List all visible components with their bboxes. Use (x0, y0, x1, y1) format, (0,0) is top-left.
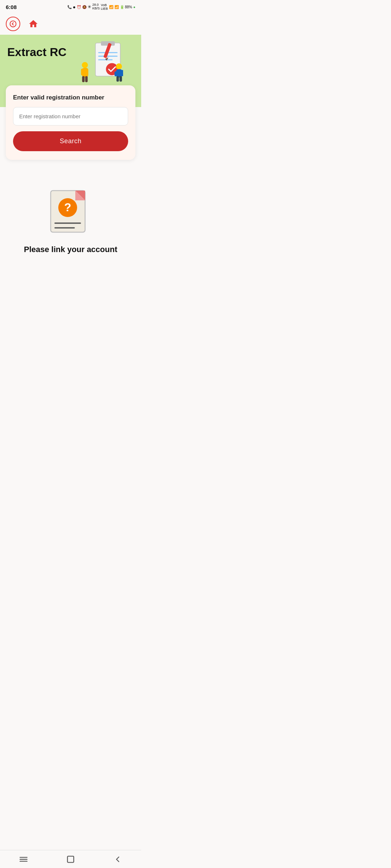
svg-point-15 (116, 63, 122, 69)
active-dot: ● (133, 5, 135, 9)
svg-rect-13 (82, 76, 85, 82)
data-speed: 28.0KB/S (92, 3, 100, 10)
svg-rect-14 (85, 76, 88, 82)
empty-state-text: Please link your account (24, 245, 117, 254)
status-bar: 6:08 📞 ● ⏰ 🔕 ✳ 28.0KB/S VoBLtEB 📶 📶 🔋 88… (0, 0, 141, 13)
alarm-icon: ⏰ (77, 5, 81, 9)
search-button[interactable]: Search (13, 131, 128, 151)
signal-icon: 📶 (109, 5, 113, 9)
back-button[interactable] (6, 17, 20, 31)
svg-rect-11 (81, 69, 84, 76)
mute-icon: 🔕 (82, 5, 87, 9)
search-card: Enter valid registration number Search (6, 85, 135, 160)
top-nav (0, 13, 141, 35)
volte-icon: VoBLtEB (101, 3, 108, 10)
card-label: Enter valid registration number (13, 94, 128, 101)
empty-state-icon: ? (47, 185, 94, 238)
banner-title: Extract RC (7, 46, 134, 59)
home-button[interactable] (26, 17, 41, 31)
signal2-icon: 📶 (114, 5, 119, 9)
bluetooth-icon: ✳ (88, 4, 91, 9)
status-time: 6:08 (6, 4, 17, 10)
svg-point-9 (82, 62, 88, 68)
svg-point-0 (10, 21, 16, 27)
svg-text:?: ? (64, 201, 71, 214)
phone-icon: 📞 (67, 5, 72, 9)
svg-rect-18 (114, 71, 117, 76)
battery-block: 🔋 88% (120, 5, 132, 9)
empty-state: ? Please link your account (0, 167, 141, 265)
registration-input[interactable] (13, 107, 128, 125)
whatsapp-icon: ● (73, 4, 76, 10)
svg-rect-19 (117, 76, 119, 81)
battery-icon: 🔋 (120, 5, 124, 9)
svg-rect-20 (119, 76, 122, 81)
svg-rect-12 (85, 69, 88, 76)
status-icons: 📞 ● ⏰ 🔕 ✳ 28.0KB/S VoBLtEB 📶 📶 🔋 88% ● (67, 3, 135, 10)
battery-percent: 88% (125, 5, 132, 9)
svg-rect-17 (121, 70, 123, 76)
